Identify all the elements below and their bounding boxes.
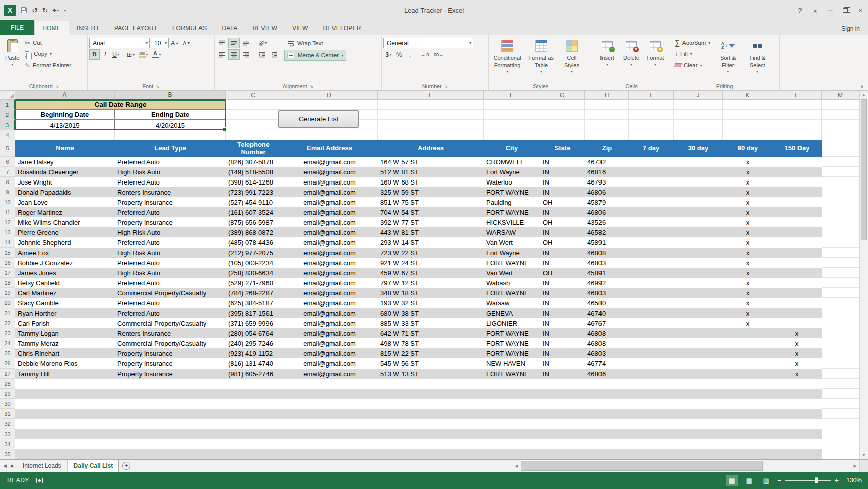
scroll-left-button[interactable]: ◀ [512, 460, 521, 472]
cell[interactable] [540, 100, 585, 110]
delete-cells-button[interactable]: × Delete▾ [619, 36, 643, 67]
cell-i19[interactable] [629, 288, 674, 298]
table-header-lead-type[interactable]: Lead Type [115, 140, 226, 157]
cell-j25[interactable] [674, 348, 723, 358]
cell-g18[interactable]: IN [540, 278, 585, 288]
cell-j8[interactable] [674, 177, 723, 187]
cell-l17[interactable] [772, 268, 822, 278]
fill-color-button[interactable]: ▾ [137, 49, 150, 60]
cell[interactable] [281, 130, 378, 140]
row-header-34[interactable]: 34 [0, 439, 15, 449]
undo-button[interactable]: ↺ [32, 6, 38, 14]
row-header-32[interactable]: 32 [0, 419, 15, 429]
row-header-29[interactable]: 29 [0, 389, 15, 399]
fill-button[interactable]: ↓Fill▾ [672, 48, 713, 59]
cell-d10[interactable]: email@gmail.com [281, 197, 378, 207]
cell-a22[interactable]: Carl Forish [15, 318, 115, 328]
cell-a11[interactable]: Roger Martinez [15, 207, 115, 217]
cell-a20[interactable]: Stacy Gamble [15, 298, 115, 308]
align-left-button[interactable] [216, 49, 228, 60]
cell-i17[interactable] [629, 268, 674, 278]
cell-g17[interactable]: OH [540, 268, 585, 278]
cell-k21[interactable]: x [723, 308, 772, 318]
row-header-10[interactable]: 10 [0, 197, 15, 207]
column-header-j[interactable]: J [674, 91, 723, 100]
cell[interactable] [822, 439, 859, 449]
format-as-table-button[interactable]: Format as Table▾ [524, 36, 558, 74]
cell-k11[interactable]: x [723, 207, 772, 217]
beginning-date-value-cell[interactable]: 4/13/2015 [15, 120, 115, 130]
ribbon-tab-review[interactable]: REVIEW [245, 22, 285, 35]
table-header-state[interactable]: State [540, 140, 585, 157]
cell[interactable] [772, 120, 822, 130]
cell[interactable] [822, 429, 859, 439]
cell[interactable] [674, 130, 723, 140]
cell-h27[interactable]: 46806 [585, 369, 629, 379]
cell-e26[interactable]: 545 W 56 ST [378, 358, 484, 369]
increase-indent-button[interactable] [269, 49, 280, 60]
cell-g14[interactable]: OH [540, 237, 585, 248]
cell-i8[interactable] [629, 177, 674, 187]
cell-f13[interactable]: WARSAW [484, 227, 540, 237]
cell-j23[interactable] [674, 328, 723, 338]
cell-d7[interactable]: email@gmail.com [281, 167, 378, 177]
cell-i11[interactable] [629, 207, 674, 217]
cell-a15[interactable]: Aimee Fox [15, 248, 115, 258]
table-header-address[interactable]: Address [378, 140, 484, 157]
cell[interactable] [822, 348, 859, 358]
cell[interactable] [772, 110, 822, 120]
cell-c20[interactable]: (625) 384-5187 [226, 298, 281, 308]
cell[interactable] [822, 369, 859, 379]
format-cells-button[interactable]: ✦ Format▾ [643, 36, 667, 67]
cell-g27[interactable]: IN [540, 369, 585, 379]
cell[interactable] [226, 110, 281, 120]
autosum-button[interactable]: ∑AutoSum▾ [672, 37, 713, 48]
column-header-h[interactable]: H [585, 91, 629, 100]
empty-table-area-row-28[interactable] [15, 379, 822, 389]
cell-a24[interactable]: Tammy Meraz [15, 338, 115, 348]
ribbon-tab-view[interactable]: VIEW [285, 22, 315, 35]
cell-i24[interactable] [629, 338, 674, 348]
redo-button[interactable]: ↻ [42, 6, 48, 14]
cell[interactable] [629, 120, 674, 130]
cell[interactable] [723, 110, 772, 120]
cell[interactable] [822, 130, 859, 140]
cell-k9[interactable]: x [723, 187, 772, 197]
cell-j27[interactable] [674, 369, 723, 379]
cell-i20[interactable] [629, 298, 674, 308]
cell-d21[interactable]: email@gmail.com [281, 308, 378, 318]
cell-g13[interactable]: IN [540, 227, 585, 237]
cell-f11[interactable]: FORT WAYNE [484, 207, 540, 217]
cell[interactable] [822, 278, 859, 288]
row-header-17[interactable]: 17 [0, 268, 15, 278]
increase-font-size-button[interactable]: A▲ [169, 38, 181, 48]
font-dialog-launcher[interactable]: ↘ [156, 84, 160, 89]
cell-c19[interactable]: (784) 268-2287 [226, 288, 281, 298]
italic-button[interactable]: I [100, 49, 110, 60]
cell-i6[interactable] [629, 157, 674, 167]
collapse-ribbon-button[interactable]: ∧ [860, 84, 864, 89]
cell[interactable] [629, 100, 674, 110]
table-header-30-day[interactable]: 30 day [674, 140, 723, 157]
cell-l15[interactable] [772, 248, 822, 258]
cell[interactable] [822, 167, 859, 177]
cell-k12[interactable]: x [723, 217, 772, 227]
cell[interactable] [822, 328, 859, 338]
cell-c24[interactable]: (240) 295-7246 [226, 338, 281, 348]
cell-l6[interactable] [772, 157, 822, 167]
zoom-slider[interactable] [785, 480, 831, 481]
paste-button[interactable]: Paste ▾ [3, 36, 22, 67]
decrease-font-size-button[interactable]: A▼ [181, 38, 192, 48]
row-header-13[interactable]: 13 [0, 227, 15, 237]
cell-b6[interactable]: Preferred Auto [115, 157, 226, 167]
cell[interactable] [484, 110, 540, 120]
cell-i18[interactable] [629, 278, 674, 288]
cell-d15[interactable]: email@gmail.com [281, 248, 378, 258]
cell-i21[interactable] [629, 308, 674, 318]
column-header-k[interactable]: K [723, 91, 772, 100]
cell-d27[interactable]: email@gmail.com [281, 369, 378, 379]
row-header-25[interactable]: 25 [0, 348, 15, 358]
cell[interactable] [378, 110, 484, 120]
ribbon-tab-file[interactable]: FILE [0, 20, 34, 35]
cell-k10[interactable]: x [723, 197, 772, 207]
